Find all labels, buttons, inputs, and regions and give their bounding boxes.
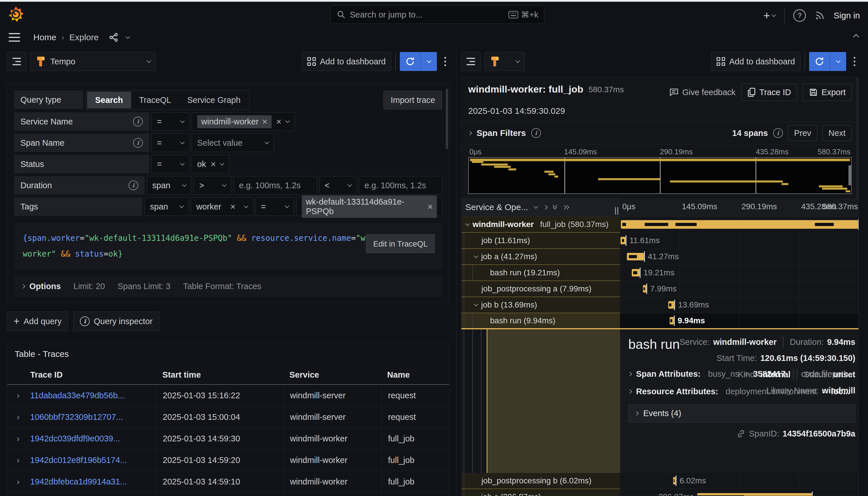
span-row-name[interactable]: job_postprocessing a (7.99ms)	[461, 281, 620, 297]
new-menu-button[interactable]: +	[763, 10, 775, 21]
global-search-input[interactable]: Search or jump to... ⌘+k	[330, 5, 544, 24]
span-bar[interactable]	[621, 237, 625, 244]
clear-icon[interactable]: ×	[276, 117, 282, 126]
tags-value-chip[interactable]: wk-default-133114d6a91e-PSPQb×	[302, 196, 437, 218]
tab-traceql[interactable]: TraceQL	[131, 92, 179, 108]
span-row-track[interactable]: 11.61ms	[620, 233, 858, 249]
row-collapse-icon[interactable]	[465, 221, 470, 226]
span-row-track[interactable]: 41.27ms	[620, 249, 858, 265]
service-name-chip[interactable]: windmill-worker×	[197, 115, 272, 128]
timeline-span-row[interactable]: bash run (19.21ms)19.21ms	[461, 265, 858, 281]
give-feedback-button[interactable]: Give feedback	[669, 87, 735, 97]
trace-table-row[interactable]: ›1942dc012e8f196b5174...2025-01-03 14:59…	[7, 449, 449, 471]
timeline-span-row[interactable]: job a (41.27ms)41.27ms	[461, 249, 858, 265]
options-collapse-row[interactable]: Options Limit: 20 Spans Limit: 3 Table F…	[14, 276, 442, 297]
timeline-span-row[interactable]: job_postprocessing a (7.99ms)7.99ms	[461, 281, 858, 297]
trace-minimap[interactable]	[468, 157, 852, 194]
split-divider[interactable]	[456, 49, 457, 496]
span-row-track[interactable]: 13.69ms	[620, 297, 858, 313]
add-to-dashboard-button[interactable]: Add to dashboard	[302, 52, 391, 71]
next-span-button[interactable]: Next	[822, 125, 852, 141]
collapse-panel-button[interactable]	[854, 32, 858, 41]
trace-id-link[interactable]: 1942dc039dfdf9e0039...	[30, 434, 120, 444]
span-row-name[interactable]: bash run (9.94ms)	[461, 313, 620, 328]
span-name-operator-select[interactable]: =	[152, 134, 189, 152]
tab-service-graph[interactable]: Service Graph	[179, 92, 248, 108]
query-inspector-button[interactable]: i Query inspector	[73, 311, 159, 331]
prev-span-button[interactable]: Prev	[788, 125, 818, 141]
row-expand-chevron-icon[interactable]: ›	[7, 413, 29, 422]
span-bar[interactable]	[632, 269, 639, 277]
tags-key-select[interactable]: worker×	[191, 198, 253, 216]
trace-id-link[interactable]: 1942dc012e8f196b5174...	[30, 455, 127, 465]
menu-toggle-button[interactable]	[9, 33, 20, 42]
query-scrollbar[interactable]	[446, 89, 448, 149]
row-expand-chevron-icon[interactable]: ›	[7, 391, 29, 400]
timeline-span-row[interactable]: job (11.61ms)11.61ms	[461, 233, 858, 249]
span-row-name[interactable]: job c (286.87ms)	[461, 489, 620, 496]
trace-id-button[interactable]: Trace ID	[741, 83, 797, 101]
expand-all-icon[interactable]	[563, 206, 569, 209]
span-row-track[interactable]	[620, 217, 858, 233]
grafana-logo-icon[interactable]	[7, 6, 24, 24]
span-row-track[interactable]: 7.99ms	[620, 281, 858, 297]
export-button[interactable]: Export	[803, 83, 852, 101]
column-resize-handle[interactable]	[615, 207, 618, 215]
breadcrumb-home[interactable]: Home	[33, 32, 56, 42]
clear-icon[interactable]: ×	[230, 202, 236, 211]
events-collapse-row[interactable]: Events (4)	[628, 404, 855, 423]
tab-search[interactable]: Search	[87, 92, 131, 108]
row-collapse-icon[interactable]	[474, 253, 479, 258]
col-header-name[interactable]: Name	[381, 365, 449, 384]
span-bar[interactable]	[621, 220, 857, 229]
row-expand-chevron-icon[interactable]: ›	[7, 477, 29, 486]
share-shortlink-icon[interactable]	[108, 32, 119, 43]
chevron-down-icon[interactable]	[534, 204, 538, 208]
row-collapse-icon[interactable]	[474, 302, 479, 306]
news-button[interactable]	[815, 10, 825, 21]
col-header-trace-id[interactable]: Trace ID	[29, 365, 156, 384]
span-row-track[interactable]: 19.21ms	[620, 265, 858, 281]
remove-icon[interactable]: ×	[262, 117, 267, 126]
col-header-service[interactable]: Service	[283, 365, 381, 384]
timeline-span-row[interactable]: windmill-workerfull_job (580.37ms)	[461, 217, 858, 233]
status-value-select[interactable]: ok ×	[192, 155, 229, 173]
span-row-name[interactable]: job (11.61ms)	[461, 233, 620, 249]
timeline-span-row[interactable]: job c (286.87ms)286.87ms	[461, 489, 858, 496]
span-bar[interactable]	[627, 253, 644, 260]
span-row-track[interactable]: 6.02ms	[620, 473, 858, 489]
trace-table-row[interactable]: ›1060bbf732309b12707...2025-01-03 15:00:…	[7, 406, 449, 428]
run-query-button[interactable]	[400, 52, 437, 71]
span-row-name[interactable]: job_postprocessing b (6.02ms)	[461, 473, 620, 489]
span-bar[interactable]	[673, 477, 676, 484]
span-row-name[interactable]: job b (13.69ms)	[461, 297, 620, 313]
run-query-interval-dropdown[interactable]	[830, 52, 846, 71]
span-row-track[interactable]: 286.87ms	[620, 489, 858, 496]
outline-button[interactable]	[7, 52, 27, 71]
trace-id-link[interactable]: 1942dbfebca1d9914a31...	[30, 477, 127, 486]
row-expand-chevron-icon[interactable]: ›	[7, 434, 29, 444]
add-to-dashboard-button[interactable]: Add to dashboard	[711, 52, 801, 71]
duration-scope-select[interactable]: span	[147, 176, 191, 195]
span-bar[interactable]	[643, 285, 647, 293]
run-query-interval-dropdown[interactable]	[420, 52, 437, 71]
trace-table-row[interactable]: ›1942dbfc4be3567f462...2025-01-03 14:59:…	[7, 493, 449, 496]
collapse-all-icon[interactable]	[553, 205, 556, 209]
run-query-button[interactable]	[809, 52, 846, 71]
row-collapse-icon[interactable]	[474, 494, 479, 496]
import-trace-button[interactable]: Import trace	[384, 91, 442, 109]
outline-button[interactable]	[461, 52, 481, 71]
add-query-button[interactable]: + Add query	[7, 311, 68, 331]
duration-lt-operator-select[interactable]: <	[319, 176, 357, 195]
breadcrumb-chevron-down-icon[interactable]	[126, 34, 130, 39]
col-header-start-time[interactable]: Start time	[156, 365, 283, 384]
span-row-name[interactable]: bash run (19.21ms)	[461, 265, 620, 281]
span-bar[interactable]	[668, 301, 674, 309]
timeline-span-row[interactable]: job_postprocessing b (6.02ms)6.02ms	[461, 473, 858, 489]
span-bar[interactable]	[697, 493, 812, 496]
tags-operator-select[interactable]: =	[255, 198, 294, 216]
datasource-picker[interactable]: Tempo	[30, 52, 156, 71]
panel-menu-button[interactable]	[441, 57, 450, 66]
trace-table-row[interactable]: ›1942dbfebca1d9914a31...2025-01-03 14:59…	[7, 471, 449, 493]
edit-in-traceql-button[interactable]: Edit in TraceQL	[366, 234, 435, 253]
